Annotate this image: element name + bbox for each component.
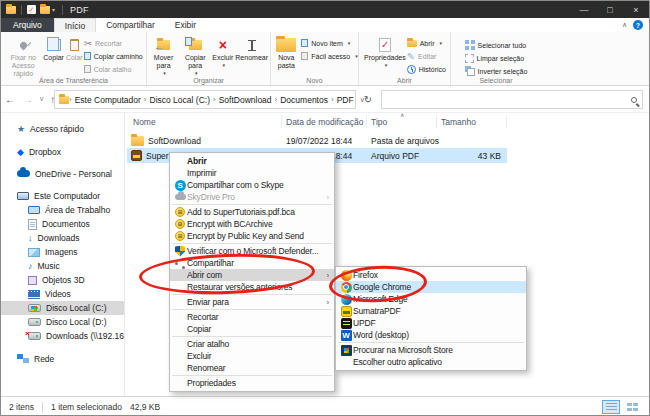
close-button[interactable]: ×: [623, 1, 649, 18]
submenu-item-word-desktop[interactable]: Word (desktop): [336, 329, 526, 341]
drive-d-icon: [28, 318, 41, 326]
dropdown-caret-icon: ▾: [163, 70, 166, 76]
tab-exibir[interactable]: Exibir: [165, 18, 206, 32]
new-folder-button[interactable]: Nova pasta: [271, 34, 301, 72]
quick-access-star-icon: ★: [17, 124, 25, 134]
breadcrumb-documentos[interactable]: Documentos: [277, 95, 331, 105]
thumbnails-view-button[interactable]: [623, 400, 641, 414]
paste-button[interactable]: Colar: [65, 34, 84, 64]
file-row-softdownload[interactable]: SoftDownload 19/07/2022 18:44 Pasta de a…: [125, 133, 650, 148]
select-all-button[interactable]: Selecionar tudo: [465, 39, 528, 51]
sidebar-item-music[interactable]: ♪ Music: [1, 259, 124, 273]
tab-inicio[interactable]: Início: [54, 18, 96, 32]
submenu-item-procurar-store[interactable]: Procurar na Microsoft Store: [336, 344, 526, 356]
paste-shortcut-button[interactable]: Colar atalho: [84, 63, 143, 75]
sidebar-item-onedrive[interactable]: OneDrive - Personal: [1, 166, 124, 181]
sidebar-item-documents[interactable]: Documentos: [1, 217, 124, 231]
recent-locations-icon[interactable]: ∨: [37, 95, 46, 103]
column-header-data[interactable]: Data de modificação: [282, 115, 367, 128]
sidebar-item-desktop[interactable]: Área de Trabalho: [1, 203, 124, 217]
menu-item-compartilhar-skype[interactable]: Compartilhar com o Skype: [170, 179, 334, 191]
breadcrumb-pdf[interactable]: PDF: [334, 95, 357, 105]
breadcrumb[interactable]: › Este Computador › Disco Local (C:) › S…: [54, 90, 356, 109]
sidebar-item-disco-local-d[interactable]: Disco Local (D:): [1, 315, 124, 329]
easy-access-button[interactable]: Fácil acesso ▾: [301, 50, 357, 62]
menu-item-add-to-bca[interactable]: Add to SuperTutoriais.pdf.bca: [170, 206, 334, 218]
menu-label: Copiar: [187, 324, 329, 334]
invert-selection-label: Inverter seleção: [478, 68, 528, 75]
back-button[interactable]: ←: [1, 94, 19, 105]
cut-button[interactable]: ✂ Recortar: [84, 37, 143, 49]
submenu-item-escolher-outro[interactable]: Escolher outro aplicativo: [336, 356, 526, 368]
rename-button[interactable]: Renomear: [234, 34, 269, 64]
history-button[interactable]: Histórico: [407, 63, 446, 75]
properties-button[interactable]: Propriedades ▾: [363, 34, 407, 70]
download-arrow-icon: ↓: [28, 233, 33, 243]
menu-item-copiar[interactable]: Copiar: [170, 323, 334, 335]
new-item-button[interactable]: Novo item ▾: [301, 37, 357, 49]
sidebar-item-network[interactable]: Rede: [1, 351, 124, 366]
menu-separator: [172, 294, 332, 295]
details-view-button[interactable]: [602, 400, 620, 414]
submenu-item-sumatrapdf[interactable]: SumatraPDF: [336, 305, 526, 317]
breadcrumb-softdownload[interactable]: SoftDownload: [216, 95, 275, 105]
pin-quick-access-button[interactable]: Fixar no Acesso rápido: [4, 34, 42, 80]
breadcrumb-este-computador[interactable]: Este Computador: [72, 95, 144, 105]
menu-item-skydrive-pro[interactable]: SkyDrive Pro ›: [170, 191, 334, 203]
submenu-item-updf[interactable]: UPDF: [336, 317, 526, 329]
menu-item-criar-atalho[interactable]: Criar atalho: [170, 338, 334, 350]
menu-item-imprimir[interactable]: Imprimir: [170, 167, 334, 179]
clear-selection-button[interactable]: Limpar seleção: [465, 52, 528, 64]
sidebar-item-this-pc[interactable]: Este Computador: [1, 188, 124, 203]
tab-arquivo[interactable]: Arquivo: [1, 18, 54, 32]
invert-selection-button[interactable]: Inverter seleção: [465, 65, 528, 77]
search-input[interactable]: [387, 94, 631, 106]
dropdown-caret-icon: ▾: [195, 70, 198, 76]
menu-item-recortar[interactable]: Recortar: [170, 311, 334, 323]
qat-properties-icon[interactable]: ✓: [27, 5, 36, 14]
sidebar-item-downloads[interactable]: ↓ Downloads: [1, 231, 124, 245]
collapse-ribbon-icon[interactable]: ∧: [622, 21, 627, 29]
menu-item-propriedades[interactable]: Propriedades: [170, 377, 334, 389]
sidebar-item-videos[interactable]: Videos: [1, 287, 124, 301]
rename-icon: [246, 39, 258, 52]
titlebar-separator: [62, 5, 63, 15]
menu-item-excluir[interactable]: Excluir: [170, 350, 334, 362]
move-to-button[interactable]: ← Mover para ▾: [148, 34, 179, 78]
menu-item-abrir[interactable]: Abrir: [170, 155, 334, 167]
menu-label: Enviar para: [187, 297, 322, 307]
titlebar[interactable]: ✓ ▾ PDF — □ ×: [1, 1, 649, 18]
column-headers: ∧ Nome Data de modificação Tipo Tamanho: [125, 113, 650, 130]
sidebar-item-network-downloads[interactable]: × Downloads (\\192.168.1.2: [1, 329, 124, 343]
delete-button[interactable]: × Excluir ▾: [211, 34, 234, 70]
menu-item-enviar-para[interactable]: Enviar para ›: [170, 296, 334, 308]
menu-item-renomear[interactable]: Renomear: [170, 362, 334, 374]
qat-folder-icon[interactable]: [40, 6, 50, 14]
copy-to-button[interactable]: Copiar para ▾: [179, 34, 211, 78]
help-icon[interactable]: ?: [633, 20, 643, 30]
tab-compartilhar[interactable]: Compartilhar: [96, 18, 165, 32]
sidebar-item-pictures[interactable]: Imagens: [1, 245, 124, 259]
minimize-button[interactable]: —: [571, 1, 597, 18]
qat-dropdown-icon[interactable]: ▾: [52, 6, 55, 13]
sidebar-label: Disco Local (C:): [46, 303, 106, 313]
open-button[interactable]: Abrir ▾: [407, 37, 446, 49]
sidebar-item-disco-local-c[interactable]: Disco Local (C:): [1, 301, 124, 315]
sidebar-item-quick-access[interactable]: ★ Acesso rápido: [1, 121, 124, 136]
file-name: SoftDownload: [148, 136, 201, 146]
column-header-tamanho[interactable]: Tamanho: [437, 115, 507, 128]
maximize-button[interactable]: □: [597, 1, 623, 18]
copy-button[interactable]: Copiar: [42, 34, 65, 64]
menu-item-encrypt-public-key[interactable]: Encrypt by Public Key and Send: [170, 230, 334, 242]
sidebar-item-3d-objects[interactable]: Objetos 3D: [1, 273, 124, 287]
edit-button[interactable]: ✎ Editar: [407, 50, 446, 62]
forward-button[interactable]: →: [19, 94, 37, 105]
menu-label: Encrypt by Public Key and Send: [187, 231, 329, 241]
column-header-nome[interactable]: Nome: [129, 115, 282, 128]
copy-path-button[interactable]: Copiar caminho: [84, 50, 143, 62]
menu-item-encrypt-bcarchive[interactable]: Encrypt with BCArchive: [170, 218, 334, 230]
open-icon: [407, 40, 417, 47]
breadcrumb-disco-local-c[interactable]: Disco Local (C:): [147, 95, 213, 105]
refresh-button[interactable]: ↻: [359, 90, 377, 109]
sidebar-item-dropbox[interactable]: ◆ Dropbox: [1, 144, 124, 159]
